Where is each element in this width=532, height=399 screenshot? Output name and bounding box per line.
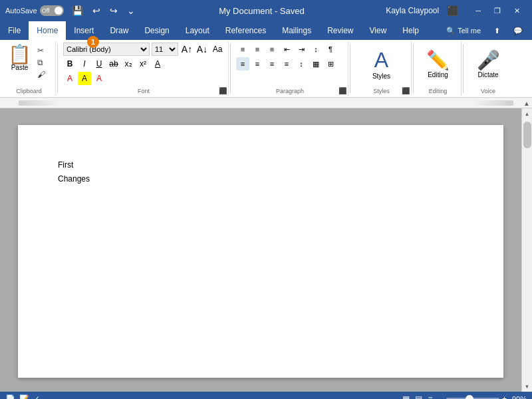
bullets-button[interactable]: ≡ bbox=[236, 43, 249, 56]
menu-right-area: 🔍 Tell me ⬆ 💬 bbox=[441, 25, 532, 37]
cut-button[interactable]: ✂ bbox=[36, 45, 47, 56]
status-bar: 📄 📝 ✓ ▦ ▤ ≡ ─ + 90% bbox=[0, 392, 532, 399]
superscript-button[interactable]: x² bbox=[136, 57, 150, 70]
editing-button[interactable]: ✏️ Editing bbox=[426, 49, 450, 78]
dictate-group: 🎤 Dictate Voice bbox=[465, 41, 511, 96]
autosave-toggle[interactable]: Off bbox=[40, 5, 64, 16]
ruler-bar: ▲ bbox=[0, 98, 532, 108]
document-content[interactable]: First Changes bbox=[58, 158, 464, 187]
decrease-indent-button[interactable]: ⇤ bbox=[280, 43, 293, 56]
font-color-button[interactable]: A bbox=[63, 72, 76, 85]
styles-group-label: Styles bbox=[373, 88, 390, 94]
page-status-icon[interactable]: 📄 bbox=[5, 394, 15, 399]
styles-dialog-launcher[interactable]: ⬛ bbox=[402, 87, 410, 94]
font-dialog-launcher[interactable]: ⬛ bbox=[219, 87, 227, 94]
paste-icon: 📋 bbox=[8, 45, 31, 64]
change-case-button[interactable]: Aa bbox=[211, 43, 224, 56]
minimize-button[interactable]: ─ bbox=[469, 0, 487, 21]
numbering-button[interactable]: ≡ bbox=[251, 43, 264, 56]
tab-references[interactable]: References bbox=[217, 21, 274, 40]
restore-button[interactable]: ❐ bbox=[487, 0, 507, 21]
align-center-button[interactable]: ≡ bbox=[251, 57, 264, 70]
search-ribbon-btn[interactable]: 🔍 Tell me bbox=[441, 25, 486, 37]
tab-view[interactable]: View bbox=[362, 21, 395, 40]
strikethrough-button[interactable]: ab bbox=[107, 57, 120, 70]
layout-view-2-icon[interactable]: ▤ bbox=[415, 394, 422, 399]
sort-button[interactable]: ↕ bbox=[309, 43, 323, 56]
subscript-button[interactable]: x₂ bbox=[122, 57, 135, 70]
font-group: Calibri (Body) 11 A↑ A↓ Aa B I U ab x₂ x… bbox=[59, 41, 229, 96]
zoom-level-label: 90% bbox=[512, 395, 527, 399]
undo-icon[interactable]: ↩ bbox=[90, 4, 103, 17]
increase-font-size-button[interactable]: A↑ bbox=[180, 43, 194, 56]
decrease-font-size-button[interactable]: A↓ bbox=[196, 43, 209, 56]
styles-label: Styles bbox=[372, 72, 390, 80]
scroll-up-arrow[interactable]: ▲ bbox=[522, 108, 533, 119]
tab-draw[interactable]: Draw bbox=[102, 21, 136, 40]
styles-button[interactable]: A Styles bbox=[372, 48, 390, 80]
format-painter-button[interactable]: 🖌 bbox=[36, 69, 47, 80]
tab-help[interactable]: Help bbox=[394, 21, 427, 40]
borders-button[interactable]: ⊞ bbox=[324, 57, 337, 70]
highlight-color-button[interactable]: A bbox=[78, 72, 91, 85]
copy-button[interactable]: ⧉ bbox=[36, 57, 47, 68]
tab-design[interactable]: Design bbox=[136, 21, 177, 40]
justify-button[interactable]: ≡ bbox=[280, 57, 293, 70]
tab-home[interactable]: Home bbox=[29, 21, 66, 40]
document-scroll-area[interactable]: First Changes bbox=[0, 108, 521, 392]
document-page[interactable]: First Changes bbox=[18, 125, 503, 378]
zoom-out-button[interactable]: ─ bbox=[438, 394, 444, 399]
titlebar-icons: 💾 ↩ ↪ ⌄ bbox=[69, 4, 138, 17]
tablet-mode-icon[interactable]: ⬛ bbox=[444, 4, 461, 17]
paragraph-dialog-launcher[interactable]: ⬛ bbox=[338, 87, 346, 94]
shading-button[interactable]: ▦ bbox=[309, 57, 323, 70]
tab-layout[interactable]: Layout bbox=[178, 21, 217, 40]
word-count-icon[interactable]: 📝 bbox=[19, 394, 29, 399]
align-left-button[interactable]: ≡ bbox=[236, 57, 249, 70]
align-right-button[interactable]: ≡ bbox=[265, 57, 279, 70]
tab-review[interactable]: Review bbox=[319, 21, 361, 40]
share-btn[interactable]: ⬆ bbox=[489, 25, 505, 37]
dictate-label: Dictate bbox=[477, 71, 498, 78]
dictate-button[interactable]: 🎤 Dictate bbox=[477, 49, 500, 78]
editing-label: Editing bbox=[428, 71, 448, 78]
voice-group-label: Voice bbox=[481, 88, 495, 94]
tab-file[interactable]: File bbox=[0, 21, 29, 40]
redo-icon[interactable]: ↪ bbox=[107, 4, 120, 17]
show-marks-button[interactable]: ¶ bbox=[324, 43, 337, 56]
spell-check-icon[interactable]: ✓ bbox=[33, 394, 40, 399]
font-format-row: B I U ab x₂ x² A bbox=[63, 57, 164, 70]
toolbar: 📋 Paste ✂ ⧉ 🖌 Clipboard Calibri (Body) 1… bbox=[0, 40, 532, 98]
line-spacing-button[interactable]: ↕ bbox=[295, 57, 308, 70]
font-color-red-button[interactable]: A bbox=[92, 72, 106, 85]
user-area: Kayla Claypool ⬛ bbox=[386, 4, 461, 17]
increase-indent-button[interactable]: ⇥ bbox=[295, 43, 308, 56]
autosave-label: AutoSave bbox=[5, 7, 37, 15]
doc-line-2: Changes bbox=[58, 172, 464, 187]
scroll-thumb[interactable] bbox=[523, 122, 531, 148]
italic-button[interactable]: I bbox=[78, 57, 91, 70]
underline-button[interactable]: U bbox=[92, 57, 106, 70]
clipboard-label: Clipboard bbox=[16, 88, 42, 94]
tab-mailings[interactable]: Mailings bbox=[274, 21, 319, 40]
paragraph-group: ≡ ≡ ≡ ⇤ ⇥ ↕ ¶ ≡ ≡ ≡ ≡ ↕ ▦ ⊞ Paragraph ⬛ bbox=[232, 41, 348, 96]
font-size-select[interactable]: 11 bbox=[152, 43, 178, 56]
scroll-down-arrow[interactable]: ▼ bbox=[522, 381, 533, 392]
vertical-scrollbar: ▲ ▼ bbox=[521, 108, 532, 392]
close-button[interactable]: ✕ bbox=[507, 0, 527, 21]
layout-view-1-icon[interactable]: ▦ bbox=[402, 394, 410, 399]
save-icon[interactable]: 💾 bbox=[69, 4, 86, 17]
scroll-up-button[interactable]: ▲ bbox=[521, 98, 532, 108]
comments-btn[interactable]: 💬 bbox=[508, 25, 528, 37]
customize-icon[interactable]: ⌄ bbox=[124, 4, 138, 17]
bold-button[interactable]: B bbox=[63, 57, 76, 70]
font-name-select[interactable]: Calibri (Body) bbox=[63, 43, 150, 56]
paste-button[interactable]: 📋 Paste bbox=[5, 44, 34, 72]
status-right-area: ▦ ▤ ≡ ─ + 90% bbox=[402, 394, 527, 399]
scroll-track[interactable] bbox=[522, 119, 532, 381]
clear-format-button[interactable]: A bbox=[151, 57, 164, 70]
layout-view-3-icon[interactable]: ≡ bbox=[428, 394, 432, 399]
multilevel-list-button[interactable]: ≡ bbox=[265, 43, 279, 56]
zoom-in-button[interactable]: + bbox=[502, 394, 507, 399]
title-bar: AutoSave Off 💾 ↩ ↪ ⌄ My Document - Saved… bbox=[0, 0, 532, 21]
